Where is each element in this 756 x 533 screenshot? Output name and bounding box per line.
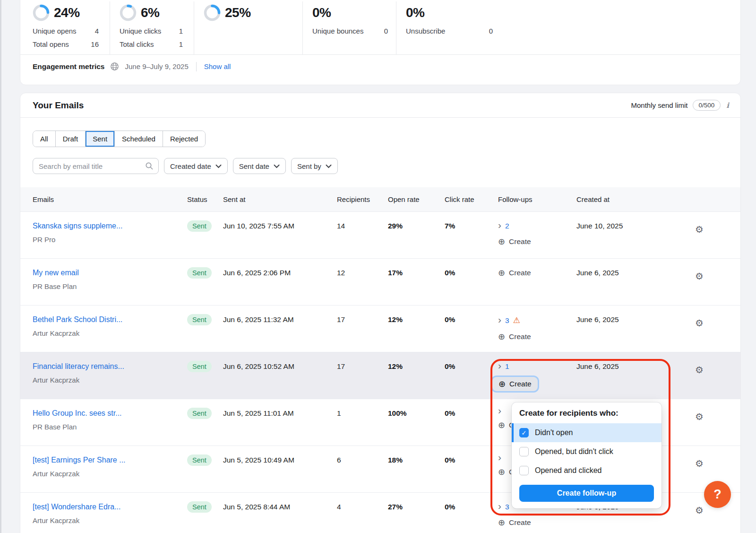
email-title-link[interactable]: [test] Wondershare Edra... bbox=[33, 503, 187, 511]
status-cell: Sent bbox=[187, 222, 223, 232]
create-followup-trigger[interactable]: ⊕Create bbox=[498, 332, 576, 341]
metric-1: 6%Unique clicks1Total clicks1 bbox=[110, 1, 194, 54]
status-cell: Sent bbox=[187, 362, 223, 372]
search-input[interactable] bbox=[39, 162, 145, 170]
status-cell: Sent bbox=[187, 456, 223, 466]
email-title-link[interactable]: Hello Group Inc. sees str... bbox=[33, 409, 187, 418]
column-header: Emails bbox=[33, 195, 187, 203]
email-title-link[interactable]: [test] Earnings Per Share ... bbox=[33, 456, 187, 464]
checkbox-icon[interactable] bbox=[519, 466, 529, 475]
open-rate-cell: 29% bbox=[388, 222, 445, 230]
metric-label: Total clicks bbox=[120, 40, 154, 48]
metric-4: 0%Unsubscribe0 bbox=[396, 1, 740, 54]
recipients-cell: 14 bbox=[337, 222, 388, 230]
followups-count-link[interactable]: 3 bbox=[505, 503, 509, 511]
search-box bbox=[33, 158, 159, 174]
gear-icon[interactable]: ⚙︎ bbox=[695, 458, 722, 469]
create-followup-trigger[interactable]: ⊕Create bbox=[498, 518, 576, 527]
metric-head: 0% bbox=[312, 3, 391, 22]
email-title-link[interactable]: Financial literacy remains... bbox=[33, 362, 187, 371]
click-rate-cell: 0% bbox=[445, 362, 498, 371]
dropdown-created-date[interactable]: Created date bbox=[164, 158, 228, 174]
send-limit-label: Monthly send limit bbox=[631, 101, 687, 109]
gear-icon[interactable]: ⚙︎ bbox=[695, 271, 722, 282]
metric-percent: 25% bbox=[225, 5, 251, 20]
column-header: Sent at bbox=[223, 195, 337, 203]
metric-kv: Unique opens4 bbox=[33, 27, 99, 35]
metric-2: 25% bbox=[194, 1, 303, 54]
status-badge: Sent bbox=[187, 454, 212, 466]
recipients-cell: 4 bbox=[337, 503, 388, 511]
tab-scheduled[interactable]: Scheduled bbox=[114, 131, 163, 147]
help-button[interactable]: ? bbox=[704, 481, 731, 508]
status-badge: Sent bbox=[187, 361, 212, 372]
followups-count-link[interactable]: 1 bbox=[505, 362, 509, 371]
show-all-link[interactable]: Show all bbox=[204, 62, 231, 70]
create-followup-trigger-focused[interactable]: ⊕Create bbox=[492, 377, 538, 391]
popup-options: ✓Didn't openOpened, but didn't clickOpen… bbox=[519, 423, 654, 480]
recipients-cell: 17 bbox=[337, 315, 388, 324]
sent-at-cell: Jun 5, 2025 10:49 AM bbox=[223, 456, 337, 464]
followups-expand[interactable]: ›3⚠︎ bbox=[498, 315, 576, 325]
gear-icon[interactable]: ⚙︎ bbox=[695, 224, 722, 235]
globe-icon bbox=[110, 62, 119, 71]
metric-percent: 6% bbox=[141, 5, 159, 20]
tab-all[interactable]: All bbox=[33, 131, 55, 147]
create-label: Create bbox=[509, 518, 531, 527]
gear-icon[interactable]: ⚙︎ bbox=[695, 411, 722, 422]
dropdown-sent-date[interactable]: Sent date bbox=[233, 158, 286, 174]
popup-option[interactable]: Opened, but didn't click bbox=[512, 442, 662, 461]
dropdown-sent-by[interactable]: Sent by bbox=[291, 158, 338, 174]
gear-icon[interactable]: ⚙︎ bbox=[695, 317, 722, 329]
search-icon bbox=[145, 162, 154, 170]
info-icon[interactable]: i bbox=[725, 101, 730, 110]
donut-chart-icon bbox=[33, 4, 50, 21]
column-header: Follow-ups bbox=[498, 195, 576, 203]
click-rate-cell: 0% bbox=[445, 503, 498, 511]
recipients-cell: 12 bbox=[337, 269, 388, 277]
gear-icon[interactable]: ⚙︎ bbox=[695, 364, 722, 376]
metric-kv: Unique clicks1 bbox=[120, 27, 183, 35]
open-rate-cell: 12% bbox=[388, 362, 445, 371]
popup-option-label: Opened, but didn't click bbox=[535, 447, 613, 456]
click-rate-cell: 0% bbox=[445, 409, 498, 418]
email-cell: Bethel Park School Distri...Artur Kacprz… bbox=[33, 315, 187, 337]
warning-icon: ⚠︎ bbox=[513, 315, 520, 325]
followups-count-link[interactable]: 2 bbox=[505, 222, 509, 230]
chevron-right-icon: › bbox=[498, 503, 501, 509]
tab-rejected[interactable]: Rejected bbox=[163, 131, 205, 147]
page-title: Your Emails bbox=[33, 100, 84, 111]
followups-expand[interactable]: ›2 bbox=[498, 222, 576, 230]
checkbox-checked-icon[interactable]: ✓ bbox=[519, 428, 529, 437]
create-followup-trigger[interactable]: ⊕Create bbox=[498, 269, 576, 277]
checkbox-icon[interactable] bbox=[519, 447, 529, 456]
email-title-link[interactable]: My new email bbox=[33, 269, 187, 277]
followups-count-link[interactable]: 3 bbox=[505, 316, 509, 325]
created-at-cell: June 6, 2025 bbox=[576, 269, 695, 277]
chevron-down-icon bbox=[274, 164, 280, 168]
email-subtitle: PR Base Plan bbox=[33, 423, 187, 431]
metric-head: 24% bbox=[33, 3, 105, 22]
circle-plus-icon: ⊕ bbox=[498, 421, 505, 429]
email-title-link[interactable]: Skanska signs suppleme... bbox=[33, 222, 187, 230]
circle-plus-icon: ⊕ bbox=[498, 518, 505, 527]
email-title-link[interactable]: Bethel Park School Distri... bbox=[33, 315, 187, 324]
create-followup-trigger[interactable]: ⊕Create bbox=[498, 237, 576, 246]
engagement-label: Engagement metrics bbox=[33, 62, 104, 71]
status-badge: Sent bbox=[187, 267, 212, 279]
tab-sent[interactable]: Sent bbox=[85, 131, 114, 147]
tab-draft[interactable]: Draft bbox=[55, 131, 86, 147]
table-row: My new emailPR Base PlanSentJun 6, 2025 … bbox=[20, 258, 740, 305]
sent-at-cell: Jun 5, 2025 11:01 AM bbox=[223, 409, 337, 418]
followups-cell: ›3⚠︎⊕Create bbox=[498, 315, 576, 341]
followups-expand[interactable]: ›1 bbox=[498, 362, 576, 371]
popup-option[interactable]: ✓Didn't open bbox=[512, 423, 662, 442]
popup-option[interactable]: Opened and clicked bbox=[512, 461, 662, 480]
popup-option-label: Opened and clicked bbox=[535, 466, 601, 475]
metric-label: Total opens bbox=[33, 40, 69, 48]
recipients-cell: 6 bbox=[337, 456, 388, 464]
followups-cell: ›1⊕Create bbox=[498, 362, 576, 391]
column-header: Recipients bbox=[337, 195, 388, 203]
email-subtitle: PR Pro bbox=[33, 236, 187, 244]
create-followup-button[interactable]: Create follow-up bbox=[519, 485, 654, 502]
